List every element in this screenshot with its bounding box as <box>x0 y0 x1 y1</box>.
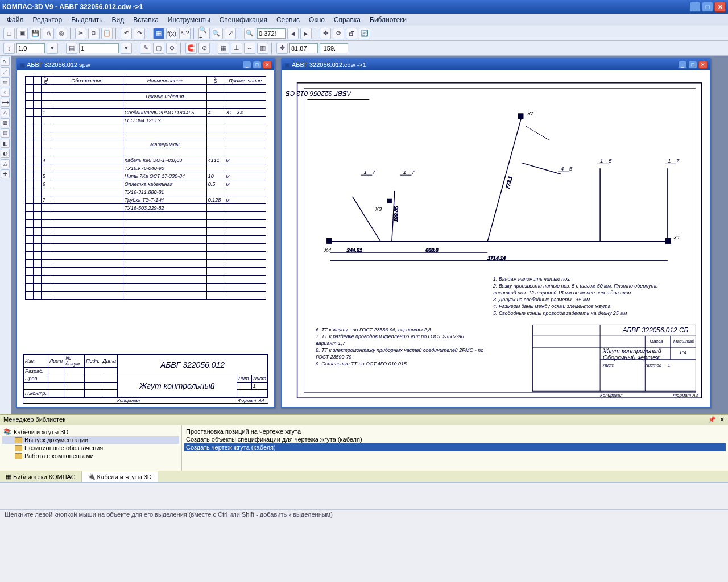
layer-dd-icon[interactable]: ▾ <box>121 43 132 54</box>
ortho-icon[interactable]: ⊥ <box>231 43 242 54</box>
lt-text-icon[interactable]: A <box>1 108 10 117</box>
panel-pin-icon[interactable]: 📌 <box>708 416 716 423</box>
menu-tools[interactable]: Инструменты <box>164 15 214 25</box>
menu-window[interactable]: Окно <box>305 15 328 25</box>
lt-more1-icon[interactable]: ◧ <box>1 139 10 148</box>
menu-file[interactable]: Файл <box>3 15 27 25</box>
mdi-spec-titlebar[interactable]: АБВГ 322056.012.spw _ □ ✕ <box>17 59 274 70</box>
cdw-close-button[interactable]: ✕ <box>698 61 708 69</box>
tree-item[interactable]: Работа с компонентами <box>2 452 179 460</box>
table-row: 1Соединитель 2РМОТ18Х4Г54X1...X4 <box>26 109 266 117</box>
copy-icon[interactable]: ⧉ <box>88 28 100 39</box>
cdw-min-button[interactable]: _ <box>678 61 687 69</box>
snap-off-icon[interactable]: ⊘ <box>198 43 210 54</box>
refresh-icon[interactable]: 🗗 <box>346 28 357 39</box>
menu-libraries[interactable]: Библиотеки <box>366 15 410 25</box>
library-tree[interactable]: 📚Кабели и жгуты 3D Выпуск документации П… <box>0 425 182 471</box>
fx-icon[interactable]: f(x) <box>166 28 177 39</box>
maximize-button[interactable]: □ <box>702 2 713 12</box>
undo-icon[interactable]: ↶ <box>121 28 132 39</box>
help-icon[interactable]: ↖? <box>179 28 191 39</box>
tree-item[interactable]: 📚Кабели и жгуты 3D <box>2 427 179 436</box>
library-list[interactable]: Простановка позиций на чертеже жгута Соз… <box>182 425 728 471</box>
redraw-icon[interactable]: 🔄 <box>359 28 370 39</box>
menu-view[interactable]: Вид <box>109 15 128 25</box>
library-panel: Менеджер библиотек 📌 ✕ 📚Кабели и жгуты 3… <box>0 414 728 471</box>
lt-spec-icon[interactable]: ▤ <box>1 128 10 138</box>
left-toolbox: ↖ ／ ▭ ○ ⟷ A ▨ ▤ ◧ ◐ △ ✚ <box>0 56 11 414</box>
menu-service[interactable]: Сервис <box>273 15 303 25</box>
open-icon[interactable]: ▣ <box>16 28 28 39</box>
svg-text:1: 1 <box>363 169 367 175</box>
print-icon[interactable]: ⎙ <box>43 28 54 39</box>
cdw-max-button[interactable]: □ <box>688 61 697 69</box>
move-icon[interactable]: ↕ <box>3 43 15 54</box>
linewidth-dd-icon[interactable]: ▾ <box>47 43 58 54</box>
svg-text:вариант 1,7: вариант 1,7 <box>316 340 345 346</box>
tree-item[interactable]: Позиционные обозначения <box>2 444 179 452</box>
svg-rect-14 <box>518 113 524 119</box>
lt-more3-icon[interactable]: △ <box>1 159 10 168</box>
lt-rect-icon[interactable]: ▭ <box>1 77 10 86</box>
spec-close-button[interactable]: ✕ <box>263 61 272 69</box>
menu-spec[interactable]: Спецификация <box>216 15 271 25</box>
menu-insert[interactable]: Вставка <box>130 15 162 25</box>
paste-icon[interactable]: 📋 <box>101 28 113 39</box>
lib-tab-kompas[interactable]: ▦Библиотеки КОМПАС <box>0 471 82 482</box>
zoom-window-icon[interactable]: 🔍 <box>244 28 255 39</box>
coord-y-input[interactable] <box>320 43 348 53</box>
svg-text:X4: X4 <box>324 247 332 253</box>
panel-icon[interactable]: ▦ <box>153 28 164 39</box>
cdw-drawing-area[interactable]: АБВГ 322056.012 СБ <box>282 70 710 407</box>
svg-text:Листов: Листов <box>644 363 661 368</box>
zoom-in-icon[interactable]: 🔍+ <box>198 28 210 39</box>
rotate-icon[interactable]: ⟳ <box>333 28 344 39</box>
cut-icon[interactable]: ✂ <box>75 28 86 39</box>
lt-more2-icon[interactable]: ◐ <box>1 149 10 158</box>
menu-editor[interactable]: Редактор <box>30 15 66 25</box>
layer-icon[interactable]: ▤ <box>66 43 77 54</box>
tool-b-icon[interactable]: ▢ <box>153 43 164 54</box>
lt-dim-icon[interactable]: ⟷ <box>1 98 10 107</box>
dim-icon[interactable]: ↔ <box>244 43 255 54</box>
lt-hatch-icon[interactable]: ▨ <box>1 118 10 127</box>
list-item[interactable]: Создать чертеж жгута (кабеля) <box>184 443 726 451</box>
pan-icon[interactable]: ✥ <box>320 28 331 39</box>
mdi-cdw-titlebar[interactable]: АБВГ 322056.012.cdw ->1 _ □ ✕ <box>282 59 710 70</box>
list-item[interactable]: Создать объекты спецификации для чертежа… <box>184 435 726 443</box>
zoom-out-icon[interactable]: 🔍- <box>212 28 223 39</box>
menu-select[interactable]: Выделить <box>68 15 106 25</box>
list-item[interactable]: Простановка позиций на чертеже жгута <box>184 427 726 435</box>
tool-c-icon[interactable]: ⊕ <box>166 43 177 54</box>
coord-x-input[interactable] <box>289 43 318 53</box>
save-icon[interactable]: 💾 <box>30 28 41 39</box>
zoom-next-icon[interactable]: ► <box>300 28 312 39</box>
menu-help[interactable]: Справка <box>330 15 364 25</box>
param-icon[interactable]: ▥ <box>257 43 268 54</box>
minimize-button[interactable]: _ <box>689 2 701 12</box>
grid-icon[interactable]: ▦ <box>218 43 229 54</box>
close-button[interactable]: ✕ <box>714 2 726 12</box>
preview-icon[interactable]: ◎ <box>56 28 67 39</box>
lib-tab-cables[interactable]: 🔌Кабели и жгуты 3D <box>82 471 158 482</box>
linewidth-input[interactable] <box>16 43 45 53</box>
tree-item[interactable]: Выпуск документации <box>2 436 179 444</box>
spec-drawing-area[interactable]: Поз. Обозначение Наименование Кол. Приме… <box>17 70 274 407</box>
lt-circle-icon[interactable]: ○ <box>1 88 10 97</box>
zoom-fit-icon[interactable]: ⤢ <box>225 28 236 39</box>
snap-magnet-icon[interactable]: 🧲 <box>185 43 197 54</box>
lt-select-icon[interactable]: ↖ <box>1 57 10 66</box>
spec-max-button[interactable]: □ <box>253 61 262 69</box>
tool-a-icon[interactable]: ✎ <box>140 43 151 54</box>
lt-line-icon[interactable]: ／ <box>1 67 10 76</box>
lt-more4-icon[interactable]: ✚ <box>1 169 10 178</box>
zoom-value-input[interactable] <box>257 28 286 39</box>
coord-icon[interactable]: ✥ <box>276 43 288 54</box>
new-icon[interactable]: □ <box>3 28 15 39</box>
spec-min-button[interactable]: _ <box>242 61 251 69</box>
zoom-prev-icon[interactable]: ◄ <box>287 28 299 39</box>
redo-icon[interactable]: ↷ <box>134 28 145 39</box>
layer-input[interactable] <box>79 43 119 53</box>
svg-text:Сборочный чертеж: Сборочный чертеж <box>603 354 660 361</box>
panel-close-icon[interactable]: ✕ <box>719 416 725 423</box>
